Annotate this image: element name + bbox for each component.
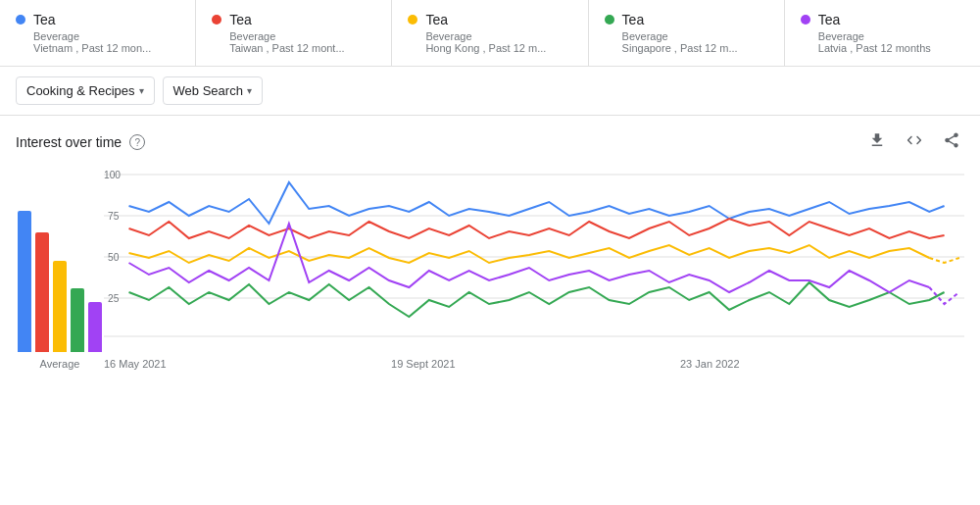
x-label-1: 16 May 2021 bbox=[104, 358, 167, 370]
legend-row: Tea Beverage Vietnam , Past 12 mon... Te… bbox=[0, 0, 980, 67]
svg-text:50: 50 bbox=[108, 252, 120, 263]
average-bars-container: Average bbox=[16, 185, 104, 370]
line-taiwan bbox=[129, 219, 945, 238]
chart-title-row: Interest over time ? bbox=[16, 134, 145, 150]
chevron-down-icon-2: ▾ bbox=[247, 85, 252, 96]
chart-actions bbox=[864, 127, 964, 157]
help-icon[interactable]: ? bbox=[129, 134, 145, 150]
line-vietnam bbox=[129, 182, 945, 224]
line-chart-wrapper: 100 75 50 25 16 May 2021 bbox=[104, 165, 964, 370]
legend-title-vietnam: Tea bbox=[33, 12, 56, 27]
avg-label: Average bbox=[40, 358, 80, 370]
line-singapore bbox=[129, 282, 945, 317]
legend-sub1-vietnam: Beverage bbox=[33, 30, 179, 42]
x-axis-labels: 16 May 2021 19 Sept 2021 23 Jan 2022 bbox=[104, 358, 964, 370]
x-label-3: 23 Jan 2022 bbox=[680, 358, 740, 370]
legend-card-vietnam[interactable]: Tea Beverage Vietnam , Past 12 mon... bbox=[0, 0, 196, 66]
avg-bar-singapore bbox=[71, 288, 84, 352]
search-type-filter-label: Web Search bbox=[173, 83, 243, 98]
legend-sub2-hongkong: Hong Kong , Past 12 m... bbox=[425, 42, 571, 54]
legend-sub2-singapore: Singapore , Past 12 m... bbox=[622, 42, 768, 54]
avg-bar-vietnam bbox=[18, 211, 31, 352]
filter-row: Cooking & Recipes ▾ Web Search ▾ bbox=[0, 67, 980, 116]
x-label-2: 19 Sept 2021 bbox=[391, 358, 455, 370]
svg-text:25: 25 bbox=[108, 293, 120, 304]
chart-section: Interest over time ? Aver bbox=[0, 116, 980, 370]
legend-title-latvia: Tea bbox=[818, 12, 841, 27]
legend-card-taiwan[interactable]: Tea Beverage Taiwan , Past 12 mont... bbox=[196, 0, 392, 66]
legend-sub2-vietnam: Vietnam , Past 12 mon... bbox=[33, 42, 179, 54]
category-filter-label: Cooking & Recipes bbox=[26, 83, 135, 98]
dot-vietnam bbox=[16, 15, 25, 25]
svg-text:100: 100 bbox=[104, 170, 121, 180]
svg-text:75: 75 bbox=[108, 211, 120, 222]
dot-latvia bbox=[801, 15, 810, 25]
line-hongkong bbox=[129, 245, 930, 263]
dot-singapore bbox=[605, 15, 614, 25]
avg-bar-taiwan bbox=[35, 232, 49, 352]
legend-title-hongkong: Tea bbox=[425, 12, 448, 27]
download-button[interactable] bbox=[864, 127, 890, 157]
embed-button[interactable] bbox=[902, 127, 927, 157]
chart-area: Average 100 75 50 25 bbox=[16, 165, 964, 370]
chart-title: Interest over time bbox=[16, 134, 122, 150]
legend-sub1-taiwan: Beverage bbox=[229, 30, 375, 42]
search-type-filter-button[interactable]: Web Search ▾ bbox=[163, 76, 263, 105]
legend-title-taiwan: Tea bbox=[229, 12, 252, 27]
line-chart: 100 75 50 25 bbox=[104, 165, 964, 356]
legend-sub1-hongkong: Beverage bbox=[425, 30, 571, 42]
legend-card-hongkong[interactable]: Tea Beverage Hong Kong , Past 12 m... bbox=[392, 0, 588, 66]
legend-title-singapore: Tea bbox=[622, 12, 645, 27]
chevron-down-icon: ▾ bbox=[139, 85, 144, 96]
dot-hongkong bbox=[408, 15, 417, 25]
legend-sub2-latvia: Latvia , Past 12 months bbox=[818, 42, 964, 54]
dot-taiwan bbox=[212, 15, 221, 25]
legend-card-singapore[interactable]: Tea Beverage Singapore , Past 12 m... bbox=[589, 0, 785, 66]
legend-sub1-latvia: Beverage bbox=[818, 30, 964, 42]
legend-sub2-taiwan: Taiwan , Past 12 mont... bbox=[229, 42, 375, 54]
bars-group bbox=[18, 185, 102, 352]
share-button[interactable] bbox=[939, 127, 964, 157]
avg-bar-latvia bbox=[88, 302, 102, 352]
chart-header: Interest over time ? bbox=[16, 127, 964, 157]
avg-bar-hongkong bbox=[53, 261, 67, 352]
category-filter-button[interactable]: Cooking & Recipes ▾ bbox=[16, 76, 155, 105]
legend-sub1-singapore: Beverage bbox=[622, 30, 768, 42]
legend-card-latvia[interactable]: Tea Beverage Latvia , Past 12 months bbox=[785, 0, 980, 66]
